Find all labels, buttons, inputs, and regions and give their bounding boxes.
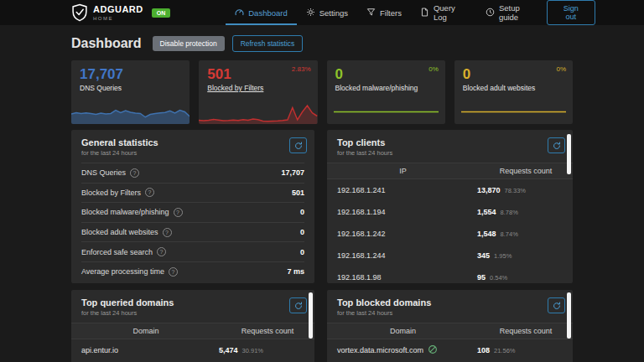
panel-title: Top queried domains — [81, 297, 304, 308]
stat-value: 0 — [300, 208, 304, 216]
header: ADGUARD HOME ON Dashboard Settings Filte… — [0, 0, 644, 25]
card-percent: 0% — [556, 65, 566, 73]
panel-header: Top queried domains for the last 24 hour… — [71, 290, 314, 323]
top-queried-domains-panel: Top queried domains for the last 24 hour… — [71, 290, 314, 362]
document-icon — [420, 8, 429, 18]
client-ip[interactable]: 192.168.1.244 — [337, 251, 477, 260]
panel-header: Top clients for the last 24 hours — [327, 130, 573, 163]
status-badge: ON — [152, 8, 171, 18]
stat-row: Blocked adult websites? 0 — [81, 222, 304, 242]
requests-percent: 78.33% — [505, 187, 526, 194]
nav-label: Query Log — [434, 3, 467, 22]
help-icon[interactable]: ? — [169, 267, 178, 277]
column-header: IP — [327, 167, 479, 175]
domain-name[interactable]: api.entur.io — [81, 346, 219, 354]
help-icon[interactable]: ? — [157, 247, 166, 256]
panel-header: Top blocked domains for the last 24 hour… — [327, 290, 573, 323]
card-label: Blocked adult websites — [463, 84, 573, 92]
panel-subtitle: for the last 24 hours — [337, 149, 563, 157]
stat-value: 17,707 — [281, 168, 304, 177]
table-row: 192.168.1.194 1,5548.78% — [327, 201, 573, 223]
brand-subtitle: HOME — [93, 16, 143, 21]
domain-name[interactable]: vortex.data.microsoft.com — [337, 346, 423, 354]
nav-filters[interactable]: Filters — [357, 0, 411, 25]
help-icon[interactable]: ? — [130, 168, 139, 178]
nav-settings[interactable]: Settings — [297, 0, 357, 25]
page-title: Dashboard — [71, 36, 142, 51]
shield-icon — [71, 3, 88, 22]
main-nav: Dashboard Settings Filters Query Log Set… — [226, 0, 547, 25]
stat-value: 7 ms — [287, 267, 304, 276]
panel-subtitle: for the last 24 hours — [81, 309, 304, 317]
help-icon[interactable]: ? — [163, 228, 172, 237]
help-icon[interactable]: ? — [174, 208, 183, 217]
client-ip[interactable]: 192.168.1.98 — [337, 273, 477, 282]
card-dns-queries: 17,707 DNS Queries — [71, 60, 190, 124]
refresh-icon[interactable] — [548, 137, 565, 153]
column-header: Requests count — [221, 327, 314, 335]
stat-label: Blocked malware/phishing — [81, 208, 169, 216]
table-row: 192.168.1.242 1,5488.74% — [327, 223, 573, 245]
panel-title: Top blocked domains — [337, 297, 563, 308]
panel-title: Top clients — [337, 137, 563, 147]
requests-count: 1,554 — [477, 208, 496, 216]
refresh-icon[interactable] — [548, 297, 565, 313]
sparkline-chart — [71, 99, 190, 124]
sparkline-chart — [199, 99, 317, 124]
table-body: api.entur.io 5,47430.91% — [71, 339, 314, 361]
table-header: Domain Requests count — [71, 323, 314, 339]
table-row: api.entur.io 5,47430.91% — [71, 339, 314, 361]
card-label: DNS Queries — [80, 84, 190, 92]
requests-percent: 21.56% — [494, 347, 515, 354]
help-icon[interactable]: ? — [145, 188, 154, 197]
stat-row: Blocked by Filters? 501 — [81, 183, 304, 203]
stat-row: Average processing time? 7 ms — [81, 261, 304, 282]
requests-count: 1,548 — [477, 230, 496, 238]
panel-title: General statistics — [81, 137, 304, 147]
scrollbar[interactable] — [567, 292, 571, 339]
tracker-blocked-icon — [428, 344, 438, 356]
nav-dashboard[interactable]: Dashboard — [226, 0, 296, 25]
nav-label: Setup guide — [499, 3, 538, 22]
stat-label: Enforced safe search — [81, 248, 153, 256]
client-ip[interactable]: 192.168.1.241 — [337, 186, 477, 194]
stat-row: Enforced safe search? 0 — [81, 241, 304, 261]
general-statistics-panel: General statistics for the last 24 hours… — [71, 130, 314, 283]
table-body: vortex.data.microsoft.com 10821.56% — [327, 339, 573, 361]
stat-value: 0 — [300, 248, 304, 256]
sign-out-button[interactable]: Sign out — [547, 0, 595, 25]
client-ip[interactable]: 192.168.1.242 — [337, 230, 477, 238]
clock-icon — [486, 8, 495, 18]
column-header: Domain — [71, 327, 221, 335]
requests-percent: 8.78% — [501, 209, 518, 216]
card-label-link[interactable]: Blocked by Filters — [207, 84, 317, 92]
card-blocked-malware: 0% 0 Blocked malware/phishing — [327, 60, 445, 124]
stat-value: 501 — [292, 189, 304, 197]
nav-label: Dashboard — [248, 8, 287, 18]
disable-protection-button[interactable]: Disable protection — [153, 36, 225, 51]
card-percent: 2.83% — [292, 65, 311, 73]
sparkline-chart — [461, 99, 566, 124]
scrollbar[interactable] — [309, 292, 313, 339]
nav-setup-guide[interactable]: Setup guide — [476, 0, 547, 25]
stat-label: DNS Queries — [81, 168, 126, 177]
nav-query-log[interactable]: Query Log — [411, 0, 476, 25]
refresh-icon[interactable] — [289, 137, 307, 153]
stat-label: Blocked adult websites — [81, 228, 158, 236]
card-blocked-by-filters: 2.83% 501 Blocked by Filters — [199, 60, 317, 124]
requests-count: 13,870 — [477, 186, 501, 194]
column-header: Requests count — [479, 327, 573, 335]
stat-row: Blocked malware/phishing? 0 — [81, 202, 304, 222]
sparkline-chart — [334, 99, 439, 124]
refresh-icon[interactable] — [289, 297, 307, 313]
table-row: vortex.data.microsoft.com 10821.56% — [327, 339, 573, 361]
stat-row: DNS Queries? 17,707 — [81, 163, 304, 183]
table-body: 192.168.1.241 13,87078.33% 192.168.1.194… — [327, 179, 573, 283]
card-value: 17,707 — [80, 67, 190, 83]
top-blocked-domains-panel: Top blocked domains for the last 24 hour… — [327, 290, 573, 362]
client-ip[interactable]: 192.168.1.194 — [337, 208, 477, 216]
table-header: Domain Requests count — [327, 323, 573, 339]
requests-count: 108 — [477, 346, 490, 354]
scrollbar[interactable] — [567, 134, 571, 174]
refresh-statistics-button[interactable]: Refresh statistics — [232, 35, 304, 52]
